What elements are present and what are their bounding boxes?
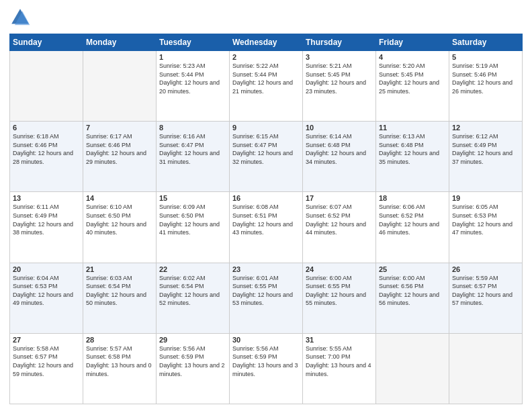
calendar-cell: 17Sunrise: 6:07 AMSunset: 6:52 PMDayligh… [303,192,376,263]
day-header-sunday: Sunday [10,34,83,51]
day-number: 7 [86,124,153,132]
logo [9,7,35,28]
day-info: Sunrise: 5:56 AMSunset: 6:59 PMDaylight:… [159,345,226,378]
day-number: 10 [306,124,373,132]
calendar-cell: 21Sunrise: 6:03 AMSunset: 6:54 PMDayligh… [83,263,157,333]
day-number: 15 [159,194,226,202]
day-info: Sunrise: 6:09 AMSunset: 6:50 PMDaylight:… [159,203,226,236]
day-info: Sunrise: 5:59 AMSunset: 6:57 PMDaylight:… [452,274,519,308]
day-info: Sunrise: 6:15 AMSunset: 6:47 PMDaylight:… [232,132,300,166]
calendar-cell: 19Sunrise: 6:05 AMSunset: 6:53 PMDayligh… [449,192,523,263]
calendar-cell [83,51,157,122]
day-header-monday: Monday [83,34,157,51]
day-number: 3 [306,53,373,61]
day-info: Sunrise: 6:17 AMSunset: 6:46 PMDaylight:… [86,132,153,166]
day-info: Sunrise: 6:02 AMSunset: 6:54 PMDaylight:… [159,274,226,308]
day-info: Sunrise: 5:23 AMSunset: 5:44 PMDaylight:… [159,62,226,95]
calendar-cell: 24Sunrise: 6:00 AMSunset: 6:55 PMDayligh… [303,263,376,333]
day-number: 30 [232,336,300,344]
day-header-friday: Friday [376,34,449,51]
day-number: 23 [232,265,300,273]
day-header-wednesday: Wednesday [230,34,303,51]
calendar-cell: 20Sunrise: 6:04 AMSunset: 6:53 PMDayligh… [10,263,83,333]
calendar-cell: 28Sunrise: 5:57 AMSunset: 6:58 PMDayligh… [83,333,157,404]
header [9,7,523,28]
day-info: Sunrise: 6:16 AMSunset: 6:47 PMDaylight:… [159,132,226,166]
day-number: 24 [306,265,373,273]
day-info: Sunrise: 5:55 AMSunset: 7:00 PMDaylight:… [306,345,373,378]
calendar-cell [376,333,449,404]
logo-icon [9,7,31,28]
day-info: Sunrise: 6:10 AMSunset: 6:50 PMDaylight:… [86,203,153,236]
day-info: Sunrise: 6:13 AMSunset: 6:48 PMDaylight:… [379,132,446,166]
day-number: 13 [13,194,80,202]
day-number: 19 [452,194,519,202]
day-info: Sunrise: 5:20 AMSunset: 5:45 PMDaylight:… [379,62,446,95]
page: SundayMondayTuesdayWednesdayThursdayFrid… [0,0,532,411]
day-number: 28 [86,336,153,344]
day-info: Sunrise: 6:11 AMSunset: 6:49 PMDaylight:… [13,203,80,236]
calendar-cell: 14Sunrise: 6:10 AMSunset: 6:50 PMDayligh… [83,192,157,263]
calendar-cell: 22Sunrise: 6:02 AMSunset: 6:54 PMDayligh… [157,263,230,333]
day-info: Sunrise: 5:57 AMSunset: 6:58 PMDaylight:… [86,345,153,378]
calendar-table: SundayMondayTuesdayWednesdayThursdayFrid… [9,34,523,404]
calendar-cell: 1Sunrise: 5:23 AMSunset: 5:44 PMDaylight… [157,51,230,122]
day-number: 20 [13,265,80,273]
calendar-cell: 27Sunrise: 5:58 AMSunset: 6:57 PMDayligh… [10,333,83,404]
day-number: 25 [379,265,446,273]
day-info: Sunrise: 6:04 AMSunset: 6:53 PMDaylight:… [13,274,80,308]
calendar-cell: 3Sunrise: 5:21 AMSunset: 5:45 PMDaylight… [303,51,376,122]
day-info: Sunrise: 5:58 AMSunset: 6:57 PMDaylight:… [13,345,80,378]
calendar-week-5: 27Sunrise: 5:58 AMSunset: 6:57 PMDayligh… [10,333,523,404]
day-number: 14 [86,194,153,202]
calendar-cell: 6Sunrise: 6:18 AMSunset: 6:46 PMDaylight… [10,122,83,192]
day-info: Sunrise: 6:06 AMSunset: 6:52 PMDaylight:… [379,203,446,236]
day-number: 16 [232,194,300,202]
day-number: 6 [13,124,80,132]
calendar-header-row: SundayMondayTuesdayWednesdayThursdayFrid… [10,34,523,51]
calendar-cell: 4Sunrise: 5:20 AMSunset: 5:45 PMDaylight… [376,51,449,122]
day-number: 1 [159,53,226,61]
calendar-week-1: 1Sunrise: 5:23 AMSunset: 5:44 PMDaylight… [10,51,523,122]
day-info: Sunrise: 5:56 AMSunset: 6:59 PMDaylight:… [232,345,300,378]
calendar-cell: 8Sunrise: 6:16 AMSunset: 6:47 PMDaylight… [157,122,230,192]
day-number: 27 [13,336,80,344]
calendar-cell [10,51,83,122]
calendar-cell: 26Sunrise: 5:59 AMSunset: 6:57 PMDayligh… [449,263,523,333]
day-header-thursday: Thursday [303,34,376,51]
day-info: Sunrise: 6:14 AMSunset: 6:48 PMDaylight:… [306,132,373,166]
calendar-cell: 9Sunrise: 6:15 AMSunset: 6:47 PMDaylight… [230,122,303,192]
day-header-tuesday: Tuesday [157,34,230,51]
calendar-cell: 15Sunrise: 6:09 AMSunset: 6:50 PMDayligh… [157,192,230,263]
calendar-cell [449,333,523,404]
day-info: Sunrise: 5:19 AMSunset: 5:46 PMDaylight:… [452,62,519,95]
day-info: Sunrise: 6:12 AMSunset: 6:49 PMDaylight:… [452,132,519,166]
calendar-cell: 31Sunrise: 5:55 AMSunset: 7:00 PMDayligh… [303,333,376,404]
day-info: Sunrise: 6:03 AMSunset: 6:54 PMDaylight:… [86,274,153,308]
day-number: 11 [379,124,446,132]
day-info: Sunrise: 6:00 AMSunset: 6:56 PMDaylight:… [379,274,446,308]
calendar-cell: 10Sunrise: 6:14 AMSunset: 6:48 PMDayligh… [303,122,376,192]
day-number: 9 [232,124,300,132]
calendar-cell: 13Sunrise: 6:11 AMSunset: 6:49 PMDayligh… [10,192,83,263]
day-info: Sunrise: 6:18 AMSunset: 6:46 PMDaylight:… [13,132,80,166]
calendar-cell: 23Sunrise: 6:01 AMSunset: 6:55 PMDayligh… [230,263,303,333]
day-info: Sunrise: 6:01 AMSunset: 6:55 PMDaylight:… [232,274,300,308]
day-info: Sunrise: 6:05 AMSunset: 6:53 PMDaylight:… [452,203,519,236]
day-info: Sunrise: 5:22 AMSunset: 5:44 PMDaylight:… [232,62,300,95]
calendar-week-3: 13Sunrise: 6:11 AMSunset: 6:49 PMDayligh… [10,192,523,263]
calendar-cell: 11Sunrise: 6:13 AMSunset: 6:48 PMDayligh… [376,122,449,192]
day-number: 12 [452,124,519,132]
day-number: 18 [379,194,446,202]
calendar-cell: 12Sunrise: 6:12 AMSunset: 6:49 PMDayligh… [449,122,523,192]
calendar-cell: 25Sunrise: 6:00 AMSunset: 6:56 PMDayligh… [376,263,449,333]
day-number: 17 [306,194,373,202]
day-number: 5 [452,53,519,61]
calendar-cell: 29Sunrise: 5:56 AMSunset: 6:59 PMDayligh… [157,333,230,404]
calendar-cell: 7Sunrise: 6:17 AMSunset: 6:46 PMDaylight… [83,122,157,192]
day-number: 8 [159,124,226,132]
day-number: 2 [232,53,300,61]
day-number: 31 [306,336,373,344]
day-info: Sunrise: 6:00 AMSunset: 6:55 PMDaylight:… [306,274,373,308]
day-number: 26 [452,265,519,273]
